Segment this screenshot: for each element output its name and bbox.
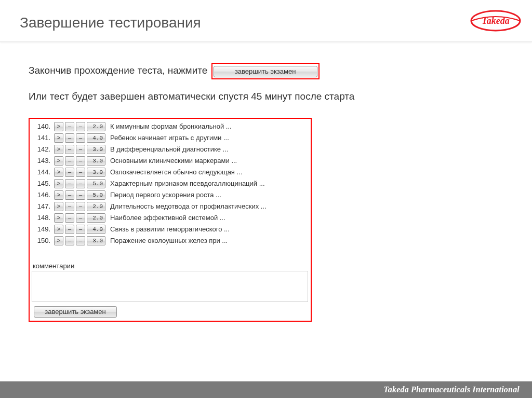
question-text: Ребенок начинает играть с другими ... <box>107 134 229 142</box>
question-row: 141.>––4.0Ребенок начинает играть с друг… <box>32 132 309 144</box>
dash-button-1[interactable]: – <box>65 179 74 188</box>
goto-button[interactable]: > <box>54 122 63 131</box>
goto-button[interactable]: > <box>54 156 63 166</box>
goto-button[interactable]: > <box>54 168 63 177</box>
score-box[interactable]: 5.0 <box>87 190 105 200</box>
dash-button-2[interactable]: – <box>76 168 85 177</box>
question-row: 144.>––3.0Озлокачествляется обычно следу… <box>32 167 309 178</box>
instruction-line-1: Закончив прохождение теста, нажмите заве… <box>29 63 512 79</box>
goto-button[interactable]: > <box>54 145 63 154</box>
question-number: 144. <box>33 168 52 176</box>
footer-bar: Takeda Pharmaceuticals International <box>0 381 532 398</box>
dash-button-1[interactable]: – <box>65 122 74 131</box>
question-number: 143. <box>33 157 52 164</box>
finish-row: завершить экзамен <box>32 306 309 318</box>
brand-logo: Takeda <box>470 9 522 34</box>
question-number: 149. <box>33 225 52 233</box>
question-text: Наиболее эффективной системой ... <box>107 214 225 222</box>
question-number: 146. <box>33 191 52 199</box>
logo-text: Takeda <box>482 16 509 26</box>
question-number: 145. <box>33 180 52 187</box>
score-box[interactable]: 2.0 <box>87 202 105 211</box>
dash-button-2[interactable]: – <box>76 179 85 188</box>
score-box[interactable]: 3.0 <box>87 156 105 166</box>
page-title: Завершение тестирования <box>20 15 201 31</box>
question-row: 145.>––5.0Характерным признаком псевдога… <box>32 178 309 189</box>
question-row: 147.>––2.0Длительность медотвода от проф… <box>32 201 309 212</box>
comments-field[interactable] <box>32 271 308 302</box>
question-row: 150.>––3.0Поражение околоушных желез при… <box>32 235 309 246</box>
question-number: 140. <box>33 122 52 130</box>
score-box[interactable]: 3.0 <box>87 168 105 177</box>
score-box[interactable]: 2.0 <box>87 122 105 131</box>
goto-button[interactable]: > <box>54 236 63 245</box>
score-box[interactable]: 3.0 <box>87 145 105 154</box>
question-number: 147. <box>33 202 52 210</box>
dash-button-2[interactable]: – <box>76 225 85 234</box>
questions-panel: 140.>––2.0К иммунным формам бронхиальной… <box>29 118 312 322</box>
question-number: 142. <box>33 145 52 153</box>
dash-button-2[interactable]: – <box>76 213 85 223</box>
dash-button-1[interactable]: – <box>65 168 74 177</box>
goto-button[interactable]: > <box>54 225 63 234</box>
question-number: 150. <box>33 237 52 244</box>
instruction-text-1: Закончив прохождение теста, нажмите <box>29 65 207 76</box>
dash-button-2[interactable]: – <box>76 122 85 131</box>
dash-button-1[interactable]: – <box>65 236 74 245</box>
score-box[interactable]: 4.0 <box>87 133 105 143</box>
dash-button-1[interactable]: – <box>65 156 74 166</box>
question-row: 140.>––2.0К иммунным формам бронхиальной… <box>32 121 309 132</box>
header: Завершение тестирования Takeda <box>0 0 532 42</box>
question-row: 143.>––3.0Основными клиническими маркера… <box>32 155 309 167</box>
question-text: Длительность медотвода от профилактическ… <box>107 202 267 210</box>
question-text: Период первого ускорения роста ... <box>107 191 221 199</box>
finish-exam-button-highlight: завершить экзамен <box>211 63 320 79</box>
goto-button[interactable]: > <box>54 213 63 223</box>
question-text: К иммунным формам бронхиальной ... <box>107 122 232 130</box>
takeda-logo-icon: Takeda <box>470 9 522 32</box>
dash-button-2[interactable]: – <box>76 202 85 211</box>
content-area: Закончив прохождение теста, нажмите заве… <box>0 42 532 322</box>
question-row: 142.>––3.0В дифференциальной диагностике… <box>32 144 309 155</box>
instruction-line-2: Или тест будет завершен автоматически сп… <box>29 91 512 102</box>
question-number: 148. <box>33 214 52 222</box>
dash-button-1[interactable]: – <box>65 225 74 234</box>
dash-button-1[interactable]: – <box>65 213 74 223</box>
score-box[interactable]: 3.0 <box>87 236 105 245</box>
goto-button[interactable]: > <box>54 202 63 211</box>
score-box[interactable]: 2.0 <box>87 213 105 223</box>
dash-button-1[interactable]: – <box>65 145 74 154</box>
goto-button[interactable]: > <box>54 179 63 188</box>
question-text: В дифференциальной диагностике ... <box>107 145 228 153</box>
score-box[interactable]: 4.0 <box>87 225 105 234</box>
dash-button-1[interactable]: – <box>65 133 74 143</box>
question-row: 148.>––2.0Наиболее эффективной системой … <box>32 212 309 224</box>
question-number: 141. <box>33 134 52 142</box>
finish-exam-button-inline[interactable]: завершить экзамен <box>214 66 317 77</box>
question-text: Характерным признаком псевдогаллюцинаций… <box>107 180 265 187</box>
dash-button-2[interactable]: – <box>76 156 85 166</box>
dash-button-2[interactable]: – <box>76 145 85 154</box>
footer-text: Takeda Pharmaceuticals International <box>383 385 520 394</box>
dash-button-1[interactable]: – <box>65 190 74 200</box>
finish-exam-button[interactable]: завершить экзамен <box>34 306 117 318</box>
question-text: Поражение околоушных желез при ... <box>107 237 228 244</box>
dash-button-1[interactable]: – <box>65 202 74 211</box>
question-text: Озлокачествляется обычно следующая ... <box>107 168 242 176</box>
question-text: Основными клиническими маркерами ... <box>107 157 237 164</box>
dash-button-2[interactable]: – <box>76 190 85 200</box>
question-row: 149.>––4.0Связь в развитии геморрагическ… <box>32 224 309 235</box>
comments-label: комментарии <box>32 262 309 270</box>
dash-button-2[interactable]: – <box>76 236 85 245</box>
question-row: 146.>––5.0Период первого ускорения роста… <box>32 189 309 201</box>
goto-button[interactable]: > <box>54 133 63 143</box>
dash-button-2[interactable]: – <box>76 133 85 143</box>
goto-button[interactable]: > <box>54 190 63 200</box>
question-text: Связь в развитии геморрагического ... <box>107 225 230 233</box>
score-box[interactable]: 5.0 <box>87 179 105 188</box>
